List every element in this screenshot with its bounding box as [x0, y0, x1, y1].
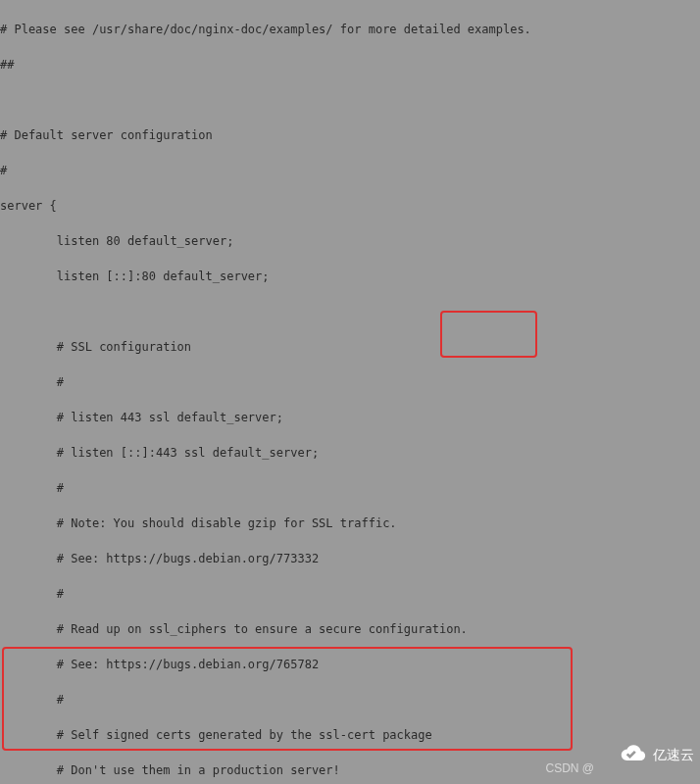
code-line: # Default server configuration [0, 129, 700, 141]
code-line: server { [0, 200, 700, 212]
code-line [0, 306, 700, 318]
code-line: # [0, 694, 700, 706]
code-line: # listen [::]:443 ssl default_server; [0, 447, 700, 459]
cloud-icon [595, 732, 647, 776]
code-line: # SSL configuration [0, 341, 700, 353]
brand-text: 亿速云 [653, 749, 694, 760]
code-editor-view: # Please see /usr/share/doc/nginx-doc/ex… [0, 0, 700, 784]
brand-watermark: 亿速云 [595, 732, 694, 776]
code-line: ## [0, 59, 700, 71]
code-line: # Please see /usr/share/doc/nginx-doc/ex… [0, 24, 700, 35]
code-line: # Read up on ssl_ciphers to ensure a sec… [0, 623, 700, 635]
code-line: listen 80 default_server; [0, 235, 700, 247]
code-line [0, 94, 700, 106]
code-line: # [0, 165, 700, 176]
code-line: # [0, 588, 700, 600]
code-line: # listen 443 ssl default_server; [0, 412, 700, 423]
code-line: listen [::]:80 default_server; [0, 270, 700, 282]
code-line: # Note: You should disable gzip for SSL … [0, 517, 700, 529]
code-line: # See: https://bugs.debian.org/765782 [0, 659, 700, 670]
csdn-watermark: CSDN @ [545, 762, 594, 774]
code-line: # See: https://bugs.debian.org/773332 [0, 553, 700, 564]
code-line: # [0, 376, 700, 388]
code-line: # [0, 482, 700, 494]
